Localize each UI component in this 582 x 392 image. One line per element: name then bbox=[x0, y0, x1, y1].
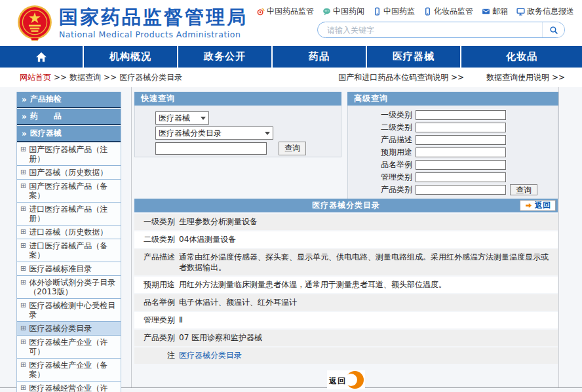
expand-icon: ⊞ bbox=[20, 241, 26, 250]
sidebar-item-ivd-classification-subcatalog[interactable]: ⊞体外诊断试剂分类子目录（2013版） bbox=[17, 276, 121, 299]
site-subtitle: National Medical Products Administration bbox=[59, 29, 248, 39]
top-link-weibo[interactable]: 中国药品监管 bbox=[256, 6, 314, 17]
chevron-down-icon bbox=[201, 117, 206, 120]
sidebar-item-device-manufacturer-filed[interactable]: ⊞医疗器械生产企业（备案） bbox=[17, 359, 121, 382]
top-link-wechat[interactable]: 中国药闻 bbox=[322, 6, 364, 17]
expand-icon: ⊞ bbox=[20, 182, 26, 191]
table-row-note: 注 医疗器械分类目录 bbox=[134, 347, 558, 364]
advanced-field-row: 一级类别 bbox=[348, 110, 558, 120]
breadcrumb-home[interactable]: 网站首页 bbox=[20, 72, 51, 83]
table-row: 品名举例 电子体温计、额温计、红外耳温计 bbox=[134, 294, 558, 311]
note-catalog-link[interactable]: 医疗器械分类目录 bbox=[178, 347, 558, 364]
back-button-bottom[interactable]: 返回 bbox=[327, 370, 365, 389]
result-detail-table: 医疗器械分类目录 返回 一级类别 生理参数分析测量设备 二级类别 04体温测量设… bbox=[134, 199, 558, 389]
result-header: 医疗器械分类目录 返回 bbox=[134, 199, 558, 212]
category-select[interactable]: 医疗器械 bbox=[155, 111, 209, 125]
monitor-icon bbox=[516, 7, 525, 16]
sidebar-section-product-sampling[interactable]: »产品抽检 bbox=[17, 92, 121, 108]
expand-icon: ⊞ bbox=[20, 227, 26, 237]
table-row: 产品类别 07 医用诊察和监护器械 bbox=[134, 330, 558, 346]
sidebar-item-domestic-device-filed[interactable]: ⊞国产医疗器械产品（备案） bbox=[17, 180, 121, 203]
top-link-mailbox[interactable]: 邮箱 bbox=[482, 6, 508, 17]
nav-home[interactable] bbox=[0, 46, 84, 68]
sidebar-section-drugs[interactable]: »药 品 bbox=[17, 109, 121, 125]
sidebar-item-device-testing-center-catalog[interactable]: ⊞医疗器械检测中心受检目录 bbox=[17, 299, 121, 322]
main-nav: 机构概况 政务公开 药品 医疗器械 化妆品 bbox=[0, 46, 582, 68]
top-link-mobile-yaojian[interactable]: 中国药监 bbox=[373, 6, 415, 17]
search-input[interactable] bbox=[318, 26, 542, 35]
page: 国家药品监督管理局 National Medical Products Admi… bbox=[0, 0, 582, 392]
result-title: 医疗器械分类目录 bbox=[134, 199, 558, 212]
breadcrumb-device-catalog: 医疗器械分类目录 bbox=[119, 72, 182, 83]
advanced-field-row: 预期用途 bbox=[348, 147, 558, 157]
quick-query-panel: 快速查询 医疗器械 医疗器械分类目录 查询 bbox=[134, 92, 341, 157]
top-links: 中国药品监管 中国药闻 中国药监 化妆品监管 邮箱 政务信息报送 bbox=[256, 6, 574, 17]
wechat-icon bbox=[322, 7, 331, 16]
site-title: 国家药品监督管理局 bbox=[59, 7, 248, 28]
sidebar-section-medical-devices[interactable]: »医疗器械 bbox=[17, 126, 121, 142]
site-title-block: 国家药品监督管理局 National Medical Products Admi… bbox=[59, 7, 248, 39]
national-emblem-logo bbox=[16, 4, 54, 42]
table-row: 管理类别 Ⅱ bbox=[134, 312, 558, 328]
sidebar-item-imported-device-history[interactable]: ⊞进口器械（历史数据） bbox=[17, 225, 121, 239]
advanced-query-button[interactable]: 查询 bbox=[510, 184, 537, 195]
breadcrumb-help-links: 国产和进口药品本位码查询说明 >> 数据查询使用说明 >> bbox=[338, 72, 565, 83]
mobile-icon bbox=[373, 7, 381, 16]
sidebar-item-device-distributor-licensed[interactable]: ⊞医疗器械经营企业（许可） bbox=[17, 382, 121, 392]
table-row: 产品描述 通常由红外温度传感器、探头套、显示单元、供电电路、测量电路组成。采用红… bbox=[134, 249, 558, 275]
sidebar-item-imported-device-registered[interactable]: ⊞进口医疗器械产品（注册） bbox=[17, 203, 121, 225]
back-button-top[interactable]: 返回 bbox=[520, 200, 556, 211]
expand-icon: ⊞ bbox=[20, 324, 26, 333]
intended-use-input[interactable] bbox=[416, 147, 506, 157]
management-class-input[interactable] bbox=[416, 172, 506, 182]
product-category-input[interactable] bbox=[416, 185, 506, 195]
sidebar-item-domestic-device-registered[interactable]: ⊞国产医疗器械产品（注册） bbox=[17, 143, 121, 166]
table-row: 预期用途 用红外方法测量临床测量患者体温，通常用于测量患者耳道、额头部位温度。 bbox=[134, 277, 558, 293]
product-name-examples-input[interactable] bbox=[416, 160, 506, 170]
expand-icon: ⊞ bbox=[20, 205, 26, 214]
keyword-input[interactable] bbox=[155, 142, 267, 155]
search-icon bbox=[549, 26, 558, 35]
sidebar-item-imported-device-filed[interactable]: ⊞进口医疗器械产品（备案） bbox=[17, 239, 121, 262]
sidebar: »产品抽检 »药 品 »医疗器械 ⊞国产医疗器械产品（注册） ⊞国产器械（历史数… bbox=[16, 92, 121, 392]
top-link-mobile-cosmetics[interactable]: 化妆品监管 bbox=[423, 6, 473, 17]
help-link-drug-code[interactable]: 国产和进口药品本位码查询说明 >> bbox=[338, 72, 464, 83]
sidebar-item-device-classification-catalog[interactable]: ⊞医疗器械分类目录 bbox=[17, 322, 121, 336]
expand-icon: ⊞ bbox=[20, 383, 26, 392]
home-icon bbox=[35, 51, 47, 63]
catalog-select[interactable]: 医疗器械分类目录 bbox=[155, 127, 273, 140]
nav-item-gov-affairs[interactable]: 政务公开 bbox=[178, 46, 273, 68]
quick-query-title: 快速查询 bbox=[134, 92, 341, 106]
search-button[interactable] bbox=[542, 22, 564, 37]
expand-icon: ⊞ bbox=[20, 338, 26, 347]
advanced-field-row: 品名举例 bbox=[348, 160, 558, 170]
breadcrumb-separator: >> bbox=[104, 73, 117, 82]
main-area: »产品抽检 »药 品 »医疗器械 ⊞国产医疗器械产品（注册） ⊞国产器械（历史数… bbox=[0, 87, 582, 392]
advanced-field-row: 产品描述 bbox=[348, 135, 558, 145]
quick-query-body: 医疗器械 医疗器械分类目录 查询 bbox=[134, 106, 341, 157]
help-link-usage[interactable]: 数据查询使用说明 >> bbox=[486, 72, 565, 83]
nav-item-cosmetics[interactable]: 化妆品 bbox=[461, 46, 582, 68]
product-description-input[interactable] bbox=[416, 135, 506, 145]
chevrons-icon: » bbox=[22, 129, 27, 138]
sidebar-item-device-standards-catalog[interactable]: ⊞医疗器械标准目录 bbox=[17, 262, 121, 276]
divider bbox=[131, 87, 132, 387]
table-row: 二级类别 04体温测量设备 bbox=[134, 231, 558, 248]
advanced-query-title: 高级查询 bbox=[347, 92, 558, 106]
mail-icon bbox=[482, 7, 490, 16]
quick-query-button[interactable]: 查询 bbox=[279, 142, 306, 155]
breadcrumb: 网站首页 >> 数据查询 >> 医疗器械分类目录 bbox=[20, 72, 338, 83]
sidebar-item-device-manufacturer-licensed[interactable]: ⊞医疗器械生产企业（许可） bbox=[17, 336, 121, 359]
nav-item-medical-devices[interactable]: 医疗器械 bbox=[367, 46, 461, 68]
expand-icon: ⊞ bbox=[20, 168, 26, 177]
arrow-right-icon bbox=[525, 202, 532, 209]
nav-item-organization[interactable]: 机构概况 bbox=[84, 46, 178, 68]
chevrons-icon: » bbox=[22, 112, 27, 121]
sidebar-item-domestic-device-history[interactable]: ⊞国产器械（历史数据） bbox=[17, 166, 121, 180]
expand-icon: ⊞ bbox=[20, 361, 26, 370]
category1-input[interactable] bbox=[416, 110, 506, 120]
nav-item-drugs[interactable]: 药品 bbox=[273, 46, 367, 68]
breadcrumb-data-query[interactable]: 数据查询 bbox=[69, 72, 101, 83]
top-link-gov-info[interactable]: 政务信息报送 bbox=[516, 6, 574, 17]
category2-input[interactable] bbox=[416, 123, 506, 132]
